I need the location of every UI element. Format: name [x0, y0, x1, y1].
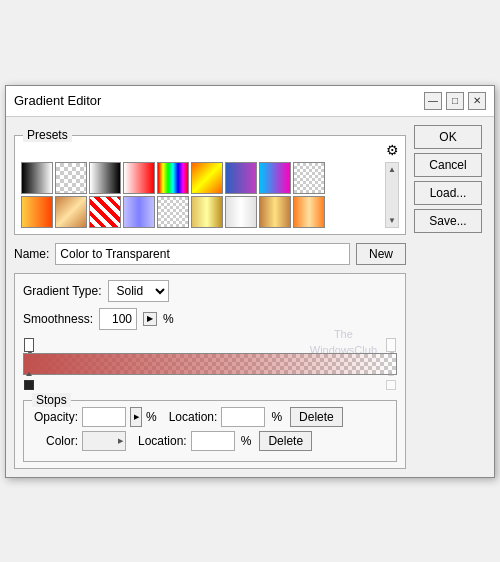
- name-label: Name:: [14, 247, 49, 261]
- new-button[interactable]: New: [356, 243, 406, 265]
- opacity-location-percent: %: [271, 410, 282, 424]
- name-row: Name: New: [14, 243, 406, 265]
- window-title: Gradient Editor: [14, 93, 101, 108]
- name-input[interactable]: [55, 243, 350, 265]
- gradient-type-select[interactable]: Solid Noise: [108, 280, 169, 302]
- scroll-down-arrow[interactable]: ▼: [388, 216, 396, 225]
- smoothness-row: Smoothness: ▶ %: [23, 308, 397, 330]
- color-location-percent: %: [241, 434, 252, 448]
- close-button[interactable]: ✕: [468, 92, 486, 110]
- opacity-stop-left[interactable]: [24, 338, 34, 352]
- preset-swatch[interactable]: [259, 162, 291, 194]
- preset-swatch[interactable]: [123, 196, 155, 228]
- gradient-bar[interactable]: [23, 353, 397, 375]
- color-stops-row: [23, 376, 397, 390]
- presets-scrollbar[interactable]: ▲ ▼: [385, 162, 399, 228]
- preset-swatch[interactable]: [55, 162, 87, 194]
- maximize-button[interactable]: □: [446, 92, 464, 110]
- preset-swatch[interactable]: [21, 196, 53, 228]
- preset-swatch[interactable]: [89, 162, 121, 194]
- preset-swatch[interactable]: [157, 162, 189, 194]
- preset-swatch[interactable]: [191, 162, 223, 194]
- presets-group: Presets ⚙: [14, 135, 406, 235]
- opacity-stop-right[interactable]: [386, 338, 396, 352]
- presets-grid: [21, 162, 399, 228]
- preset-swatch[interactable]: [157, 196, 189, 228]
- preset-swatch[interactable]: [21, 162, 53, 194]
- opacity-location-label: Location:: [169, 410, 218, 424]
- smoothness-input[interactable]: [99, 308, 137, 330]
- color-stop-left[interactable]: [24, 376, 34, 390]
- smoothness-percent: %: [163, 312, 174, 326]
- load-button[interactable]: Load...: [414, 181, 482, 205]
- opacity-arrow-btn[interactable]: ▶: [130, 407, 142, 427]
- smoothness-arrow-btn[interactable]: ▶: [143, 312, 157, 326]
- opacity-stop-row: Opacity: ▶ % Location: % Delete: [32, 407, 388, 427]
- opacity-stops-row: [23, 338, 397, 352]
- color-stop-right[interactable]: [386, 376, 396, 390]
- scroll-up-arrow[interactable]: ▲: [388, 165, 396, 174]
- gradient-settings: Gradient Type: Solid Noise Smoothness: ▶…: [14, 273, 406, 469]
- color-location-input[interactable]: [191, 431, 235, 451]
- save-button[interactable]: Save...: [414, 209, 482, 233]
- color-delete-button[interactable]: Delete: [259, 431, 312, 451]
- color-label: Color:: [32, 434, 78, 448]
- left-panel: Presets ⚙: [14, 125, 406, 469]
- presets-wrapper: ▲ ▼: [21, 162, 399, 228]
- preset-swatch[interactable]: [225, 196, 257, 228]
- opacity-percent: %: [146, 410, 157, 424]
- color-swatch-arrow: ▶: [118, 437, 123, 445]
- preset-swatch[interactable]: [259, 196, 291, 228]
- gradient-editor-window: Gradient Editor — □ ✕ Presets ⚙: [5, 85, 495, 478]
- minimize-button[interactable]: —: [424, 92, 442, 110]
- preset-swatch[interactable]: [225, 162, 257, 194]
- gradient-type-row: Gradient Type: Solid Noise: [23, 280, 397, 302]
- gear-icon[interactable]: ⚙: [386, 142, 399, 158]
- gradient-overlay: [24, 354, 396, 374]
- ok-button[interactable]: OK: [414, 125, 482, 149]
- gradient-bar-container: [23, 338, 397, 390]
- smoothness-label: Smoothness:: [23, 312, 93, 326]
- color-stop-row: Color: ▶ Location: % Delete: [32, 431, 388, 451]
- stops-group: Stops Opacity: ▶ % Location: % Delete: [23, 400, 397, 462]
- right-panel: OK Cancel Load... Save...: [414, 125, 486, 469]
- title-bar-controls: — □ ✕: [424, 92, 486, 110]
- color-swatch-input[interactable]: ▶: [82, 431, 126, 451]
- preset-swatch[interactable]: [123, 162, 155, 194]
- preset-swatch[interactable]: [293, 196, 325, 228]
- cancel-button[interactable]: Cancel: [414, 153, 482, 177]
- window-body: Presets ⚙: [6, 117, 494, 477]
- presets-legend: Presets: [23, 128, 72, 142]
- preset-swatch[interactable]: [293, 162, 325, 194]
- preset-swatch[interactable]: [89, 196, 121, 228]
- preset-swatch[interactable]: [191, 196, 223, 228]
- opacity-value-input[interactable]: [82, 407, 126, 427]
- stops-legend: Stops: [32, 393, 71, 407]
- preset-swatch[interactable]: [55, 196, 87, 228]
- gradient-type-label: Gradient Type:: [23, 284, 102, 298]
- opacity-delete-button[interactable]: Delete: [290, 407, 343, 427]
- title-bar: Gradient Editor — □ ✕: [6, 86, 494, 117]
- opacity-location-input[interactable]: [221, 407, 265, 427]
- color-location-label: Location:: [138, 434, 187, 448]
- opacity-label: Opacity:: [32, 410, 78, 424]
